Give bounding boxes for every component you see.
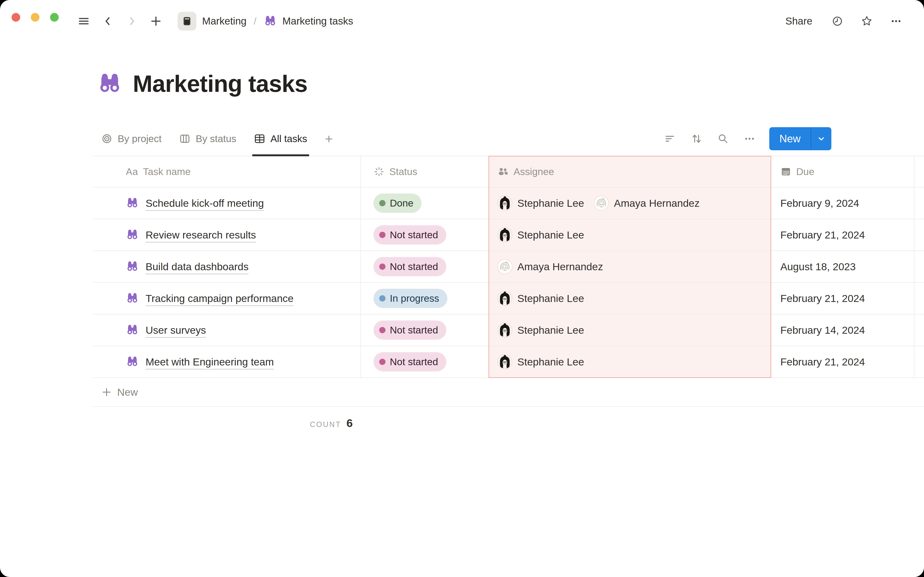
task-name-cell[interactable]: Schedule kick-off meeting	[93, 187, 361, 219]
new-button[interactable]: New	[769, 133, 811, 145]
zoom-window-button[interactable]	[50, 13, 59, 22]
status-badge: Not started	[373, 352, 446, 371]
assignee-name: Stephanie Lee	[517, 356, 584, 368]
count-label: COUNT	[310, 420, 341, 429]
due-date-cell[interactable]: February 21, 2024	[771, 346, 914, 377]
status-spinner-icon	[373, 166, 384, 177]
status-badge: In progress	[373, 289, 447, 308]
back-button[interactable]	[101, 15, 115, 28]
due-date-cell[interactable]: August 18, 2023	[771, 251, 914, 282]
task-name-cell[interactable]: Review research results	[93, 219, 361, 250]
assignee-cell[interactable]: Stephanie Lee	[488, 219, 771, 250]
status-label: In progress	[390, 293, 439, 304]
task-name: Schedule kick-off meeting	[145, 197, 264, 209]
forward-button[interactable]	[125, 15, 139, 28]
status-cell[interactable]: Done	[361, 187, 488, 219]
page-icon-binoculars[interactable]	[97, 71, 122, 97]
calendar-page-icon	[181, 16, 192, 27]
column-header-assignee[interactable]: Assignee	[488, 156, 771, 187]
binoculars-icon	[126, 228, 139, 242]
assignee-name: Stephanie Lee	[517, 229, 584, 241]
task-name-cell[interactable]: Tracking campaign performance	[93, 283, 361, 314]
due-date: February 21, 2024	[780, 356, 865, 368]
assignee-chip: Stephanie Lee	[497, 322, 584, 338]
favorite-button[interactable]	[860, 15, 874, 28]
assignee-chip: Stephanie Lee	[497, 195, 584, 211]
count-row[interactable]: COUNT 6	[93, 416, 361, 430]
status-cell[interactable]: In progress	[361, 283, 488, 314]
status-cell[interactable]: Not started	[361, 346, 488, 377]
filter-button[interactable]	[663, 132, 677, 145]
assignee-cell[interactable]: Stephanie Lee Amaya Hernandez	[488, 187, 771, 219]
views-toolbar-row: By project By status All tasks +	[93, 122, 924, 156]
breadcrumb-label[interactable]: Marketing	[202, 15, 246, 27]
avatar-stephanie	[497, 227, 512, 243]
breadcrumb-item-marketing[interactable]	[178, 12, 196, 31]
chevron-right-icon	[126, 16, 137, 26]
tab-all-tasks[interactable]: All tasks	[254, 122, 307, 156]
assignee-cell[interactable]: Stephanie Lee	[488, 346, 771, 377]
new-split-button: New	[769, 127, 831, 150]
due-date-cell[interactable]: February 21, 2024	[771, 219, 914, 250]
chevron-left-icon	[102, 16, 113, 26]
table-row: Schedule kick-off meeting Done Stephanie…	[93, 187, 924, 219]
due-date-cell[interactable]: February 21, 2024	[771, 283, 914, 314]
assignee-cell[interactable]: Stephanie Lee	[488, 283, 771, 314]
new-page-button[interactable]	[149, 15, 163, 28]
add-view-button[interactable]: +	[325, 131, 333, 147]
view-options-button[interactable]	[743, 132, 756, 145]
sidebar-menu-button[interactable]	[77, 15, 90, 28]
search-button[interactable]	[716, 132, 730, 145]
status-cell[interactable]: Not started	[361, 219, 488, 250]
share-button[interactable]: Share	[783, 14, 815, 28]
status-cell[interactable]: Not started	[361, 314, 488, 346]
table-row: Meet with Engineering team Not started S…	[93, 346, 924, 378]
row-filler	[914, 251, 924, 282]
minimize-window-button[interactable]	[31, 13, 39, 22]
column-header-status[interactable]: Status	[361, 156, 488, 187]
task-name-cell[interactable]: User surveys	[93, 314, 361, 346]
due-date-cell[interactable]: February 9, 2024	[771, 187, 914, 219]
chevron-down-icon	[816, 134, 826, 143]
traffic-lights	[11, 13, 59, 22]
assignee-chip: Amaya Hernandez	[497, 259, 603, 274]
ellipsis-icon	[890, 15, 902, 27]
due-date: February 9, 2024	[780, 197, 859, 209]
due-date: February 14, 2024	[780, 324, 865, 336]
assignee-name: Stephanie Lee	[517, 293, 584, 305]
assignee-chip: Stephanie Lee	[497, 354, 584, 369]
task-name: Review research results	[145, 229, 256, 241]
task-name-cell[interactable]: Build data dashboards	[93, 251, 361, 282]
task-name-cell[interactable]: Meet with Engineering team	[93, 346, 361, 377]
new-dropdown-button[interactable]	[811, 134, 831, 143]
sort-icon	[691, 133, 703, 145]
close-window-button[interactable]	[11, 13, 20, 22]
status-dot-icon	[379, 359, 386, 365]
assignee-cell[interactable]: Amaya Hernandez	[488, 251, 771, 282]
tab-by-project[interactable]: By project	[101, 122, 162, 156]
view-toolbar: New	[663, 127, 831, 150]
column-header-due[interactable]: Due	[771, 156, 914, 187]
avatar-amaya	[497, 259, 512, 274]
column-header-task-name[interactable]: Aa Task name	[93, 156, 361, 187]
status-cell[interactable]: Not started	[361, 251, 488, 282]
filter-icon	[664, 133, 676, 145]
status-badge: Not started	[373, 257, 446, 276]
binoculars-icon	[126, 197, 139, 210]
more-options-button[interactable]	[889, 15, 903, 28]
sort-button[interactable]	[690, 132, 703, 145]
status-label: Not started	[390, 324, 438, 336]
due-date-cell[interactable]: February 14, 2024	[771, 314, 914, 346]
new-row-button[interactable]: New	[93, 378, 924, 407]
breadcrumb-label-current[interactable]: Marketing tasks	[283, 15, 353, 27]
updates-button[interactable]	[830, 15, 844, 28]
avatar-stephanie	[497, 195, 512, 211]
assignee-chip: Amaya Hernandez	[594, 195, 699, 211]
topbar-actions: Share	[783, 14, 903, 28]
tab-by-status[interactable]: By status	[179, 122, 236, 156]
avatar-amaya	[594, 195, 609, 211]
status-label: Done	[390, 198, 414, 209]
status-label: Not started	[390, 356, 438, 367]
assignee-cell[interactable]: Stephanie Lee	[488, 314, 771, 346]
column-label: Task name	[143, 166, 191, 177]
